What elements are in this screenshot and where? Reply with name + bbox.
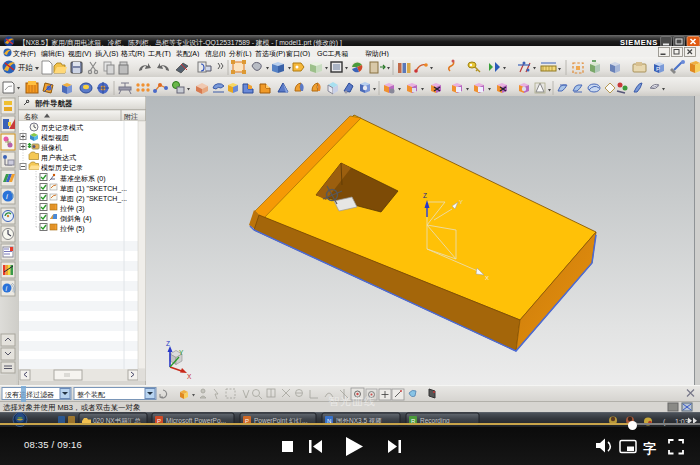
svg-text:摄像机: 摄像机: [41, 144, 62, 152]
svg-text:Y: Y: [459, 199, 463, 205]
svg-text:Z: Z: [166, 340, 170, 347]
svg-text:模型历史记录: 模型历史记录: [41, 164, 83, 172]
svg-text:P: P: [656, 66, 660, 72]
svg-text:i: i: [6, 192, 8, 201]
svg-text:Z: Z: [423, 192, 427, 199]
svg-text:历史记录模式: 历史记录模式: [41, 124, 83, 132]
svg-text:草图 (1) "SKETCH_...: 草图 (1) "SKETCH_...: [60, 185, 127, 193]
svg-text:拉伸 (5): 拉伸 (5): [60, 225, 85, 233]
svg-text:整个装配: 整个装配: [77, 391, 105, 399]
svg-text:字: 字: [643, 441, 656, 456]
svg-text:X: X: [485, 275, 489, 281]
svg-text:部件导航器: 部件导航器: [35, 99, 73, 108]
svg-text:基准坐标系 (0): 基准坐标系 (0): [60, 175, 106, 183]
svg-text:模型视图: 模型视图: [41, 134, 69, 142]
svg-text:X: X: [187, 373, 192, 380]
svg-text:名称: 名称: [24, 113, 38, 121]
svg-text:草图 (2) "SKETCH_...: 草图 (2) "SKETCH_...: [60, 195, 127, 203]
svg-text:拉伸 (3): 拉伸 (3): [60, 205, 85, 213]
svg-text:用户表达式: 用户表达式: [41, 154, 76, 162]
svg-text:开始: 开始: [18, 63, 34, 72]
svg-text:Y: Y: [179, 349, 184, 356]
svg-text:没有选择过滤器: 没有选择过滤器: [5, 391, 54, 399]
svg-text:倒斜角 (4): 倒斜角 (4): [60, 215, 92, 223]
svg-text:附注: 附注: [124, 112, 138, 121]
